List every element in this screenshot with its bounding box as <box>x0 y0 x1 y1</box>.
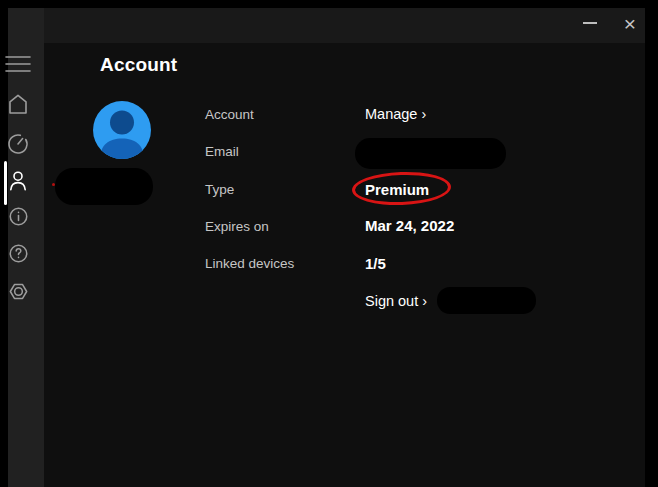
row-label: Linked devices <box>205 255 294 273</box>
info-icon <box>7 205 30 228</box>
sidebar-item-speed[interactable] <box>0 132 36 156</box>
row-label: Email <box>205 143 239 161</box>
redacted-username <box>55 168 153 205</box>
page-title: Account <box>100 54 177 76</box>
settings-icon <box>7 280 30 303</box>
minimize-icon <box>583 22 597 24</box>
account-icon <box>6 169 30 193</box>
avatar <box>93 101 151 159</box>
expiry-date-value: Mar 24, 2022 <box>365 217 454 235</box>
redacted-email-value <box>355 138 506 169</box>
linked-devices-value: 1/5 <box>365 255 386 273</box>
home-icon <box>6 92 30 116</box>
sidebar-item-menu[interactable] <box>0 54 36 74</box>
row-label: Account <box>205 106 254 124</box>
sidebar-item-account[interactable] <box>0 169 36 193</box>
close-button[interactable]: × <box>613 8 647 38</box>
sidebar-item-info[interactable] <box>0 205 36 228</box>
redacted-signout-value <box>437 287 536 314</box>
sidebar-item-settings[interactable] <box>0 280 36 303</box>
red-pen-dot <box>52 183 55 186</box>
close-icon: × <box>624 13 636 34</box>
sidebar-item-help[interactable] <box>0 242 36 265</box>
menu-icon <box>5 54 31 74</box>
minimize-button[interactable] <box>573 8 607 38</box>
title-bar <box>44 8 645 43</box>
sidebar-item-home[interactable] <box>0 92 36 116</box>
row-label: Type <box>205 181 234 199</box>
app-window: × <box>0 0 658 487</box>
sign-out-link[interactable]: Sign out › <box>365 292 427 310</box>
row-label: Expires on <box>205 218 269 236</box>
manage-link[interactable]: Manage › <box>365 105 426 123</box>
help-icon <box>7 242 30 265</box>
speedometer-icon <box>6 132 30 156</box>
